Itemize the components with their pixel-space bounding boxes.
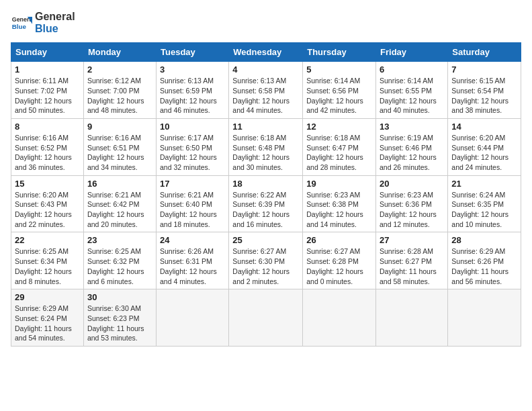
table-row: 23 Sunrise: 6:25 AM Sunset: 6:32 PM Dayl… — [83, 232, 156, 289]
day-number: 11 — [232, 122, 299, 132]
table-row: 8 Sunrise: 6:16 AM Sunset: 6:52 PM Dayli… — [11, 118, 84, 175]
day-number: 17 — [160, 179, 225, 189]
table-row: 2 Sunrise: 6:12 AM Sunset: 7:00 PM Dayli… — [83, 62, 156, 119]
col-sunday: Sunday — [11, 43, 84, 62]
col-tuesday: Tuesday — [157, 43, 229, 62]
day-info: Sunrise: 6:15 AM Sunset: 6:54 PM Dayligh… — [451, 76, 517, 116]
day-info: Sunrise: 6:29 AM Sunset: 6:26 PM Dayligh… — [451, 246, 517, 286]
table-row: 28 Sunrise: 6:29 AM Sunset: 6:26 PM Dayl… — [448, 232, 521, 289]
table-row: 22 Sunrise: 6:25 AM Sunset: 6:34 PM Dayl… — [11, 232, 84, 289]
table-row: 1 Sunrise: 6:11 AM Sunset: 7:02 PM Dayli… — [11, 62, 84, 119]
table-row — [448, 289, 521, 347]
table-row: 21 Sunrise: 6:24 AM Sunset: 6:35 PM Dayl… — [448, 175, 521, 232]
day-info: Sunrise: 6:30 AM Sunset: 6:23 PM Dayligh… — [87, 304, 152, 343]
table-row: 13 Sunrise: 6:19 AM Sunset: 6:46 PM Dayl… — [376, 118, 448, 175]
table-row: 16 Sunrise: 6:21 AM Sunset: 6:42 PM Dayl… — [83, 175, 156, 232]
day-info: Sunrise: 6:19 AM Sunset: 6:46 PM Dayligh… — [380, 133, 444, 173]
day-number: 13 — [380, 122, 444, 132]
table-row — [157, 289, 229, 347]
day-info: Sunrise: 6:25 AM Sunset: 6:32 PM Dayligh… — [87, 246, 152, 286]
day-info: Sunrise: 6:14 AM Sunset: 6:56 PM Dayligh… — [306, 76, 372, 116]
day-info: Sunrise: 6:21 AM Sunset: 6:42 PM Dayligh… — [87, 190, 152, 230]
col-saturday: Saturday — [448, 43, 521, 62]
day-number: 6 — [380, 64, 444, 75]
table-row: 29 Sunrise: 6:29 AM Sunset: 6:24 PM Dayl… — [11, 289, 84, 347]
day-number: 26 — [306, 235, 372, 245]
col-friday: Friday — [376, 43, 448, 62]
logo-blue: Blue — [35, 23, 75, 35]
day-info: Sunrise: 6:27 AM Sunset: 6:28 PM Dayligh… — [306, 246, 372, 286]
table-row: 4 Sunrise: 6:13 AM Sunset: 6:58 PM Dayli… — [229, 62, 303, 119]
day-number: 21 — [451, 179, 517, 189]
table-row: 12 Sunrise: 6:18 AM Sunset: 6:47 PM Dayl… — [303, 118, 376, 175]
day-number: 9 — [87, 122, 152, 132]
table-row: 27 Sunrise: 6:28 AM Sunset: 6:27 PM Dayl… — [376, 232, 448, 289]
day-number: 28 — [451, 235, 517, 245]
day-info: Sunrise: 6:28 AM Sunset: 6:27 PM Dayligh… — [380, 246, 444, 286]
col-monday: Monday — [83, 43, 156, 62]
table-row: 5 Sunrise: 6:14 AM Sunset: 6:56 PM Dayli… — [303, 62, 376, 119]
day-number: 19 — [306, 179, 372, 189]
day-info: Sunrise: 6:13 AM Sunset: 6:58 PM Dayligh… — [232, 76, 299, 116]
calendar-header: Sunday Monday Tuesday Wednesday Thursday… — [11, 43, 521, 62]
day-info: Sunrise: 6:20 AM Sunset: 6:44 PM Dayligh… — [451, 133, 517, 173]
table-row — [229, 289, 303, 347]
day-number: 22 — [15, 235, 80, 245]
day-number: 14 — [451, 122, 517, 132]
table-row: 25 Sunrise: 6:27 AM Sunset: 6:30 PM Dayl… — [229, 232, 303, 289]
svg-text:Blue: Blue — [12, 22, 27, 30]
day-number: 12 — [306, 122, 372, 132]
calendar-row: 29 Sunrise: 6:29 AM Sunset: 6:24 PM Dayl… — [11, 289, 521, 347]
calendar-row: 8 Sunrise: 6:16 AM Sunset: 6:52 PM Dayli… — [11, 118, 521, 175]
day-number: 27 — [380, 235, 444, 245]
calendar-table: Sunday Monday Tuesday Wednesday Thursday… — [11, 42, 521, 347]
calendar-row: 22 Sunrise: 6:25 AM Sunset: 6:34 PM Dayl… — [11, 232, 521, 289]
day-info: Sunrise: 6:18 AM Sunset: 6:48 PM Dayligh… — [232, 133, 299, 173]
day-number: 4 — [232, 64, 299, 75]
table-row: 26 Sunrise: 6:27 AM Sunset: 6:28 PM Dayl… — [303, 232, 376, 289]
table-row: 6 Sunrise: 6:14 AM Sunset: 6:55 PM Dayli… — [376, 62, 448, 119]
table-row: 18 Sunrise: 6:22 AM Sunset: 6:39 PM Dayl… — [229, 175, 303, 232]
logo-general: General — [35, 11, 75, 23]
day-info: Sunrise: 6:27 AM Sunset: 6:30 PM Dayligh… — [232, 246, 299, 286]
day-number: 24 — [160, 235, 225, 245]
table-row: 20 Sunrise: 6:23 AM Sunset: 6:36 PM Dayl… — [376, 175, 448, 232]
day-number: 15 — [15, 179, 80, 189]
day-info: Sunrise: 6:16 AM Sunset: 6:52 PM Dayligh… — [15, 133, 80, 173]
day-info: Sunrise: 6:29 AM Sunset: 6:24 PM Dayligh… — [15, 304, 80, 343]
day-info: Sunrise: 6:12 AM Sunset: 7:00 PM Dayligh… — [87, 76, 152, 116]
day-number: 23 — [87, 235, 152, 245]
day-info: Sunrise: 6:21 AM Sunset: 6:40 PM Dayligh… — [160, 190, 225, 230]
day-number: 5 — [306, 64, 372, 75]
day-number: 18 — [232, 179, 299, 189]
table-row: 30 Sunrise: 6:30 AM Sunset: 6:23 PM Dayl… — [83, 289, 156, 347]
col-wednesday: Wednesday — [229, 43, 303, 62]
day-number: 2 — [87, 64, 152, 75]
calendar-body: 1 Sunrise: 6:11 AM Sunset: 7:02 PM Dayli… — [11, 62, 521, 347]
day-number: 8 — [15, 122, 80, 132]
calendar-row: 1 Sunrise: 6:11 AM Sunset: 7:02 PM Dayli… — [11, 62, 521, 119]
table-row: 7 Sunrise: 6:15 AM Sunset: 6:54 PM Dayli… — [448, 62, 521, 119]
table-row: 14 Sunrise: 6:20 AM Sunset: 6:44 PM Dayl… — [448, 118, 521, 175]
day-info: Sunrise: 6:25 AM Sunset: 6:34 PM Dayligh… — [15, 246, 80, 286]
day-info: Sunrise: 6:20 AM Sunset: 6:43 PM Dayligh… — [15, 190, 80, 230]
day-number: 29 — [15, 292, 80, 302]
day-info: Sunrise: 6:23 AM Sunset: 6:36 PM Dayligh… — [380, 190, 444, 230]
day-info: Sunrise: 6:16 AM Sunset: 6:51 PM Dayligh… — [87, 133, 152, 173]
day-info: Sunrise: 6:11 AM Sunset: 7:02 PM Dayligh… — [15, 76, 80, 116]
table-row: 19 Sunrise: 6:23 AM Sunset: 6:38 PM Dayl… — [303, 175, 376, 232]
table-row: 11 Sunrise: 6:18 AM Sunset: 6:48 PM Dayl… — [229, 118, 303, 175]
calendar-row: 15 Sunrise: 6:20 AM Sunset: 6:43 PM Dayl… — [11, 175, 521, 232]
day-info: Sunrise: 6:24 AM Sunset: 6:35 PM Dayligh… — [451, 190, 517, 230]
day-info: Sunrise: 6:22 AM Sunset: 6:39 PM Dayligh… — [232, 190, 299, 230]
day-number: 10 — [160, 122, 225, 132]
table-row — [376, 289, 448, 347]
day-info: Sunrise: 6:23 AM Sunset: 6:38 PM Dayligh… — [306, 190, 372, 230]
table-row: 24 Sunrise: 6:26 AM Sunset: 6:31 PM Dayl… — [157, 232, 229, 289]
table-row: 3 Sunrise: 6:13 AM Sunset: 6:59 PM Dayli… — [157, 62, 229, 119]
table-row — [303, 289, 376, 347]
col-thursday: Thursday — [303, 43, 376, 62]
day-number: 30 — [87, 292, 152, 302]
day-number: 20 — [380, 179, 444, 189]
table-row: 10 Sunrise: 6:17 AM Sunset: 6:50 PM Dayl… — [157, 118, 229, 175]
